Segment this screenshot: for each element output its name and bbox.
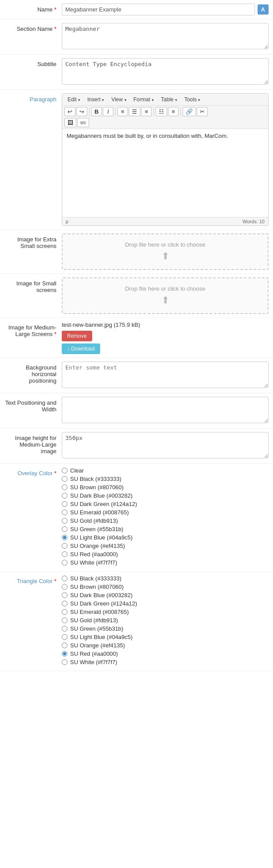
text-pos-input[interactable] — [62, 397, 269, 423]
triangle-color-item: SU Green (#55b31b) — [62, 625, 269, 632]
triangle-color-radio[interactable] — [62, 609, 67, 615]
triangle-color-item: SU Black (#333333) — [62, 575, 269, 582]
triangle-color-label-item[interactable]: SU Black (#333333) — [70, 575, 121, 582]
triangle-color-radio[interactable] — [62, 634, 67, 640]
section-name-input[interactable]: Megabanner — [62, 23, 269, 49]
bold-button[interactable]: B — [91, 107, 102, 116]
subtitle-field: Content Type Encyclopedia — [62, 58, 269, 86]
image-xs-drop[interactable]: Drop file here or click to choose ⬆ — [62, 233, 269, 270]
overlay-color-label-item[interactable]: SU Green (#55b31b) — [70, 526, 123, 532]
upload-icon-xs: ⬆ — [67, 251, 263, 262]
triangle-color-label-item[interactable]: SU Brown (#807060) — [70, 584, 123, 590]
unlink-button[interactable]: ✂ — [197, 107, 208, 116]
overlay-color-label-item[interactable]: SU Light Blue (#04a9c5) — [70, 534, 133, 541]
triangle-color-radio[interactable] — [62, 651, 67, 657]
image-height-input[interactable]: 350px — [62, 432, 269, 458]
overlay-color-radio[interactable] — [62, 560, 67, 565]
overlay-color-radio[interactable] — [62, 526, 67, 532]
overlay-color-radio[interactable] — [62, 501, 67, 507]
overlay-color-label-item[interactable]: SU Orange (#ef4135) — [70, 543, 125, 549]
overlay-color-radio[interactable] — [62, 535, 67, 540]
translate-button[interactable]: A — [258, 4, 269, 15]
triangle-color-radio[interactable] — [62, 626, 67, 632]
menu-table[interactable]: Table ▾ — [158, 95, 180, 104]
align-right-button[interactable]: ≡ — [141, 107, 152, 116]
image-xs-row: Image for Extra Small screens Drop file … — [0, 230, 273, 274]
overlay-color-radio[interactable] — [62, 518, 67, 524]
triangle-color-radio[interactable] — [62, 584, 67, 590]
triangle-color-label-item[interactable]: SU Light Blue (#04a9c5) — [70, 634, 133, 640]
overlay-color-label-item[interactable]: SU Brown (#807060) — [70, 484, 123, 491]
overlay-color-radio[interactable] — [62, 468, 67, 473]
align-left-button[interactable]: ≡ — [117, 107, 128, 116]
overlay-color-label-item[interactable]: SU Red (#aa0000) — [70, 551, 118, 558]
align-center-button[interactable]: ☰ — [129, 107, 140, 116]
menu-insert[interactable]: Insert ▾ — [84, 95, 107, 104]
triangle-color-radio[interactable] — [62, 601, 67, 606]
triangle-color-label-item[interactable]: SU White (#f7f7f7) — [70, 659, 117, 665]
undo-button[interactable]: ↩ — [64, 107, 75, 116]
name-input[interactable] — [62, 4, 255, 15]
triangle-color-radio[interactable] — [62, 592, 67, 598]
text-pos-label: Text Positioning and Width — [4, 397, 62, 413]
section-name-field: Megabanner — [62, 23, 269, 51]
image-xs-label: Image for Extra Small screens — [4, 233, 62, 249]
overlay-color-radio[interactable] — [62, 484, 67, 490]
section-name-label: Section Name * — [4, 23, 62, 32]
ordered-list-button[interactable]: ≡ — [168, 107, 179, 116]
triangle-color-item: SU Dark Green (#124a12) — [62, 600, 269, 607]
menu-tools[interactable]: Tools ▾ — [181, 95, 203, 104]
editor-menubar: Edit ▾ Insert ▾ View ▾ Format ▾ Table ▾ … — [62, 94, 268, 106]
triangle-color-item: SU Light Blue (#04a9c5) — [62, 634, 269, 640]
triangle-color-radio[interactable] — [62, 576, 67, 581]
toolbar-sep-4 — [180, 107, 181, 116]
triangle-color-radio[interactable] — [62, 659, 67, 665]
remove-button[interactable]: Remove — [62, 331, 92, 341]
triangle-color-label-item[interactable]: SU Red (#aa0000) — [70, 650, 118, 657]
overlay-color-label-item[interactable]: SU Dark Green (#124a12) — [70, 501, 137, 507]
subtitle-input[interactable]: Content Type Encyclopedia — [62, 58, 269, 85]
overlay-color-row: Overlay Color * ClearSU Black (#333333)S… — [0, 464, 273, 572]
triangle-color-radio[interactable] — [62, 643, 67, 648]
bg-horiz-input[interactable] — [62, 362, 269, 388]
triangle-color-label-item[interactable]: SU Emerald (#008765) — [70, 609, 129, 615]
triangle-color-item: SU Dark Blue (#003282) — [62, 592, 269, 598]
overlay-color-label-item[interactable]: SU Gold (#fdb913) — [70, 517, 118, 524]
overlay-color-label-item[interactable]: SU Dark Blue (#003282) — [70, 492, 133, 499]
overlay-color-radio[interactable] — [62, 493, 67, 499]
overlay-color-radio[interactable] — [62, 551, 67, 557]
menu-edit[interactable]: Edit ▾ — [64, 95, 83, 104]
editor-content[interactable]: Megabanners must be built by, or in cons… — [62, 129, 268, 217]
overlay-color-radio[interactable] — [62, 543, 67, 549]
triangle-color-item: SU Brown (#807060) — [62, 584, 269, 590]
overlay-color-label-item[interactable]: Clear — [70, 467, 84, 474]
overlay-color-item: SU Light Blue (#04a9c5) — [62, 534, 269, 541]
editor-tag: p — [66, 219, 68, 224]
download-button[interactable]: ↓ Download — [62, 344, 100, 354]
overlay-color-radio[interactable] — [62, 510, 67, 515]
menu-format[interactable]: Format ▾ — [131, 95, 157, 104]
redo-button[interactable]: ↪ — [76, 107, 87, 116]
toolbar-sep-3 — [153, 107, 154, 116]
triangle-color-label-item[interactable]: SU Orange (#ef4135) — [70, 642, 125, 649]
image-sm-drop[interactable]: Drop file here or click to choose ⬆ — [62, 277, 269, 314]
triangle-color-label-item[interactable]: SU Dark Blue (#003282) — [70, 592, 133, 598]
italic-button[interactable]: I — [103, 107, 113, 116]
triangle-color-label-item[interactable]: SU Green (#55b31b) — [70, 625, 123, 632]
unordered-list-button[interactable]: ☷ — [156, 107, 167, 116]
overlay-color-label-item[interactable]: SU Emerald (#008765) — [70, 509, 129, 516]
overlay-color-item: SU Brown (#807060) — [62, 484, 269, 491]
link-button[interactable]: 🔗 — [183, 107, 196, 116]
triangle-color-label-item[interactable]: SU Gold (#fdb913) — [70, 617, 118, 624]
source-button[interactable]: src — [77, 118, 89, 127]
overlay-color-item: SU Emerald (#008765) — [62, 509, 269, 516]
image-button[interactable]: 🖼 — [64, 118, 76, 127]
menu-view[interactable]: View ▾ — [108, 95, 129, 104]
overlay-color-field: ClearSU Black (#333333)SU Brown (#807060… — [62, 467, 269, 568]
triangle-color-radio[interactable] — [62, 617, 67, 623]
paragraph-row: Paragraph Edit ▾ Insert ▾ View ▾ Format … — [0, 90, 273, 230]
overlay-color-radio[interactable] — [62, 476, 67, 482]
triangle-color-label-item[interactable]: SU Dark Green (#124a12) — [70, 600, 137, 607]
overlay-color-label-item[interactable]: SU White (#f7f7f7) — [70, 559, 117, 566]
overlay-color-label-item[interactable]: SU Black (#333333) — [70, 476, 121, 482]
